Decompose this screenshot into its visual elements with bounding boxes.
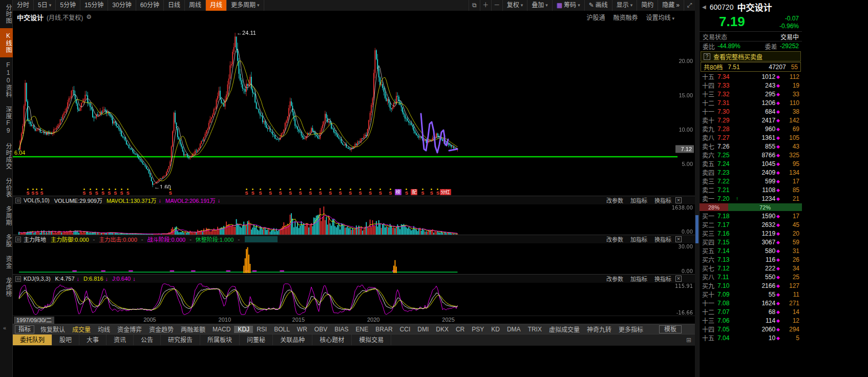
volume-action-换指标[interactable]: 换指标 (654, 196, 671, 204)
split-dividend-marker[interactable]: S (288, 188, 292, 196)
split-dividend-marker[interactable]: S (421, 188, 425, 196)
indicator-tab-RSI[interactable]: RSI (253, 326, 270, 333)
template-button[interactable]: 模板 (659, 325, 682, 333)
indicator-tab-KDJ[interactable]: KDJ (234, 326, 253, 333)
ask-level-row-卖九[interactable]: 卖九7.28960◆69 (700, 124, 802, 133)
indicator-tab-DKX[interactable]: DKX (432, 326, 452, 333)
indicator-tab-虚拟成交量[interactable]: 虚拟成交量 (545, 325, 583, 333)
candlestick-chart[interactable] (13, 23, 695, 188)
indicator-tab-CR[interactable]: CR (452, 326, 468, 333)
bottom-tab-研究报告[interactable]: 研究报告 (161, 334, 200, 345)
ask-level-row-卖二[interactable]: 卖二7.211108◆85 (700, 185, 802, 194)
period-button-日线[interactable]: 日线 (164, 0, 185, 11)
sidebar-tab-多周期[interactable]: 多周期 (0, 202, 13, 230)
indicator-tab-神奇九转[interactable]: 神奇九转 (583, 325, 615, 333)
kdj-close-icon[interactable]: ✕ (675, 276, 682, 282)
split-dividend-marker[interactable]: S (101, 188, 104, 196)
tool-button-显示[interactable]: 显示▾ (612, 0, 637, 11)
zhuli-chart[interactable] (13, 243, 695, 274)
period-button-60分钟[interactable]: 60分钟 (136, 0, 164, 11)
split-dividend-marker[interactable]: S (82, 188, 86, 196)
kdj-window-icon[interactable]: ⊟ (15, 276, 21, 282)
kdj-action-加指标[interactable]: 加指标 (630, 275, 647, 283)
split-dividend-marker[interactable]: S (436, 188, 439, 196)
split-dividend-marker[interactable]: S (389, 188, 392, 196)
ask-level-row-卖十[interactable]: 卖十7.292417◆142 (700, 116, 802, 124)
bid-level-row-十三[interactable]: 十三7.06114◆12 (700, 316, 802, 325)
split-dividend-marker[interactable]: S (40, 188, 44, 196)
ask-level-row-十二[interactable]: 十二7.311206◆110 (700, 98, 802, 107)
indicator-tab-资金趋势[interactable]: 资金趋势 (145, 325, 177, 333)
multi-window-icon[interactable]: ⧉ (469, 0, 480, 11)
period-button-月线[interactable]: 月线 (206, 0, 227, 11)
tool-button-复权[interactable]: 复权▾ (502, 0, 527, 11)
tool-button-隐藏[interactable]: 隐藏» (658, 0, 684, 11)
indicator-tab-资金博弈[interactable]: 资金博弈 (114, 325, 145, 333)
split-dividend-marker[interactable]: S (369, 188, 372, 196)
ask-level-row-卖五[interactable]: 卖五7.241045◆95 (700, 159, 802, 168)
split-dividend-marker[interactable]: S (279, 188, 282, 196)
split-dividend-marker[interactable]: S (31, 188, 35, 196)
vertical-scrollbar[interactable] (695, 0, 699, 377)
ask-level-row-十一[interactable]: 十一7.30684◆38 (700, 107, 802, 116)
split-dividend-marker[interactable]: S (430, 188, 433, 196)
tool-button-叠加[interactable]: 叠加▾ (527, 0, 552, 11)
indicator-tab-更多指标[interactable]: 更多指标 (615, 325, 647, 333)
bid-level-row-买四[interactable]: 买四7.153067◆59 (700, 238, 802, 246)
bid-level-row-买三[interactable]: 买三7.161219◆20 (700, 229, 802, 238)
split-dividend-marker[interactable]: S (114, 188, 117, 196)
zoom-out-icon[interactable]: － (491, 0, 502, 11)
tool-button-简约[interactable]: 简约 (637, 0, 658, 11)
sidebar-tab-深度F9[interactable]: 深度F9 (0, 102, 13, 139)
period-button-30分钟[interactable]: 30分钟 (108, 0, 136, 11)
indicator-tab-BRAR[interactable]: BRAR (372, 326, 396, 333)
tool-button-画线[interactable]: ✎画线 (584, 0, 612, 11)
period-button-15分钟[interactable]: 15分钟 (80, 0, 108, 11)
bottom-tab-模拟交易[interactable]: 模拟交易 (352, 334, 391, 345)
split-dividend-marker[interactable]: S (108, 188, 111, 196)
split-dividend-marker[interactable]: S (95, 188, 98, 196)
ma-settings-button[interactable]: 设置均线▾ (646, 13, 674, 22)
sidebar-tab-K线图[interactable]: K线图 (0, 28, 13, 57)
sidebar-tab-多股[interactable]: 多股 (0, 230, 13, 252)
indicator-tab-均线[interactable]: 均线 (94, 325, 114, 333)
indicator-tab-DMI[interactable]: DMI (414, 326, 432, 333)
split-dividend-marker[interactable]: S (35, 188, 38, 196)
bid-level-row-十二[interactable]: 十二7.0768◆14 (700, 307, 802, 316)
split-dividend-marker[interactable]: S (168, 188, 172, 196)
bottom-tab-股吧[interactable]: 股吧 (52, 334, 79, 345)
event-badge-榜[interactable]: 榜 (395, 189, 401, 195)
scrollbar-thumb[interactable] (695, 215, 698, 243)
tool-button-筹码[interactable]: ▦筹码▾ (552, 0, 584, 11)
split-dividend-marker[interactable]: S (268, 188, 272, 196)
bid-level-row-十一[interactable]: 十一7.081624◆271 (700, 299, 802, 307)
indicator-tab-DMA[interactable]: DMA (503, 326, 524, 333)
split-dividend-marker[interactable]: S (89, 188, 92, 196)
zhuli-action-换指标[interactable]: 换指标 (654, 235, 671, 243)
gear-icon[interactable]: ⚙ (86, 13, 92, 20)
split-dividend-marker[interactable]: S (259, 188, 262, 196)
bottom-tab-委托队列[interactable]: 委托队列 (13, 334, 52, 345)
volume-action-加指标[interactable]: 加指标 (630, 196, 647, 204)
bottom-tab-所属板块[interactable]: 所属板块 (200, 334, 240, 345)
bottom-tab-核心题材[interactable]: 核心题材 (312, 334, 352, 345)
view-full-depth-button[interactable]: ? 查看完整档买卖盘 (701, 51, 801, 61)
indicator-tab-WR[interactable]: WR (293, 326, 311, 333)
ask-level-row-卖四[interactable]: 卖四7.232409◆134 (700, 168, 802, 177)
bid-level-row-买二[interactable]: 买二7.172632◆45 (700, 220, 802, 229)
sidebar-tab-分时图[interactable]: 分时图 (0, 0, 13, 28)
kdj-action-改参数[interactable]: 改参数 (606, 275, 623, 283)
bid-level-row-买九[interactable]: 买九7.102166◆127 (700, 281, 802, 290)
period-button-5日[interactable]: 5日▾ (34, 0, 56, 11)
split-dividend-marker[interactable]: S (126, 188, 130, 196)
ask-level-row-卖六[interactable]: 卖六7.258766◆325 (700, 151, 802, 159)
indicator-tab-OBV[interactable]: OBV (311, 326, 331, 333)
split-dividend-marker[interactable]: S (338, 188, 342, 196)
ask-level-row-十三[interactable]: 十三7.32295◆33 (700, 90, 802, 98)
indicator-tab-TRIX[interactable]: TRIX (524, 326, 545, 333)
bottom-tab-资讯[interactable]: 资讯 (107, 334, 134, 345)
event-badge-分红[interactable]: 分红 (440, 189, 451, 195)
volume-close-icon[interactable]: ✕ (675, 197, 682, 203)
sidebar-tab-F10资料[interactable]: F10资料 (0, 57, 13, 102)
bottom-tab-公告[interactable]: 公告 (134, 334, 161, 345)
